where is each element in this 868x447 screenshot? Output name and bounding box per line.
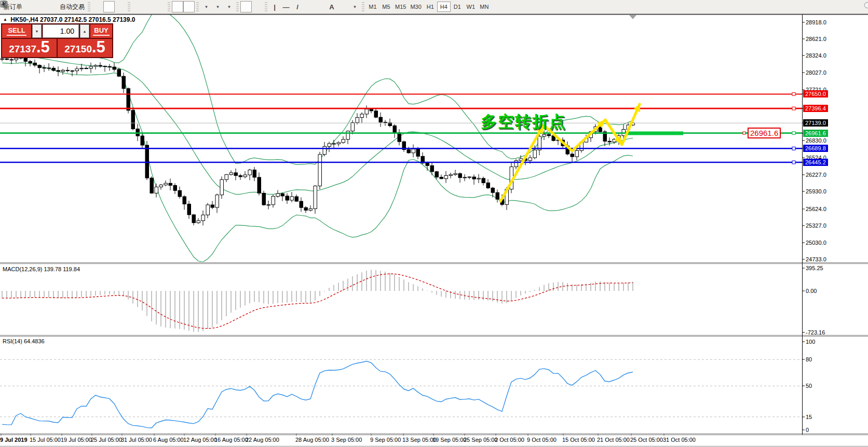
buy-price[interactable]: 27150.5 <box>58 39 112 57</box>
price-axis-tick: 26227.0 <box>806 172 826 178</box>
sell-button[interactable]: SELL <box>2 24 31 38</box>
hline-handle[interactable] <box>792 107 795 110</box>
price-axis-tick: 24733.0 <box>806 256 826 262</box>
time-axis-label: 16 Aug 05:00 <box>214 437 248 443</box>
rsi-axis-tick: 15 <box>806 414 812 420</box>
price-axis-tick: 28621.0 <box>806 36 826 42</box>
chart-canvas[interactable] <box>0 0 868 447</box>
rsi-axis-tick: 100 <box>806 339 815 345</box>
price-axis-tick: 26830.0 <box>806 137 826 144</box>
time-axis-label: 31 Oct 05:00 <box>663 437 696 443</box>
ohlc-values: 27037.0 27142.5 27016.5 27139.0 <box>40 16 135 23</box>
price-axis-tag: 26689.8 <box>803 145 828 152</box>
sell-price[interactable]: 27137.5 <box>2 39 57 57</box>
rsi-axis-tick: 0 <box>806 427 809 433</box>
price-axis-tick: 25624.0 <box>806 206 826 212</box>
hline-handle[interactable] <box>792 92 795 95</box>
time-axis-label: 21 Oct 05:00 <box>597 437 630 443</box>
chart-text-annotation[interactable]: 多空转折点 <box>481 111 566 133</box>
price-tag-anchor <box>743 132 745 134</box>
price-axis-tick: 28027.0 <box>806 69 826 76</box>
time-axis-label: 15 Jul 05:00 <box>30 437 61 443</box>
price-axis-tag: 27650.0 <box>803 90 828 97</box>
time-axis-label: 28 Aug 05:00 <box>295 437 329 443</box>
hline-handle[interactable] <box>792 147 795 150</box>
time-axis-label: 9 Oct 05:00 <box>527 437 557 443</box>
price-axis-tag: 26961.6 <box>803 130 828 137</box>
time-axis-label: 25 Sep 05:00 <box>464 437 497 443</box>
time-axis-label: 31 Jul 05:00 <box>121 437 152 443</box>
time-axis-label: 12 Aug 05:00 <box>183 437 217 443</box>
horizontal-lines[interactable] <box>0 92 802 164</box>
price-axis-tag: 27396.4 <box>803 105 828 112</box>
macd-axis-tick: 0.00 <box>806 288 817 294</box>
candlesticks <box>1 53 635 226</box>
volume-increase-button[interactable]: ▲ <box>80 24 89 38</box>
time-axis-label: 25 Jul 05:00 <box>91 437 122 443</box>
time-axis-label: 13 Sep 05:00 <box>402 437 436 443</box>
time-axis-label: 19 Sep 05:00 <box>432 437 466 443</box>
time-axis-label: 3 Sep 05:00 <box>331 437 362 443</box>
chart-title: ▲ HK50-,H4 27037.0 27142.5 27016.5 27139… <box>3 16 135 23</box>
time-axis-label: 22 Aug 05:00 <box>246 437 279 443</box>
macd-panel <box>2 270 633 332</box>
price-axis-tick: 28324.0 <box>806 52 826 59</box>
one-click-trading-panel: SELL ▼ 1.00 ▲ BUY 27137.5 27150.5 <box>1 23 113 58</box>
hline-handle[interactable] <box>792 161 795 164</box>
macd-indicator-label: MACD(12,26,9) 139.78 119.84 <box>3 266 80 272</box>
volume-input[interactable]: 1.00 <box>43 24 79 38</box>
thick-green-highlight[interactable] <box>626 132 683 135</box>
time-axis-label: 2 Oct 05:00 <box>495 437 524 443</box>
price-axis-tick: 25030.0 <box>806 240 826 246</box>
price-axis-tick: 25327.0 <box>806 222 826 229</box>
rsi-panel <box>0 359 802 428</box>
macd-axis-tick: 395.25 <box>806 265 823 271</box>
price-level-tag[interactable]: 26961.6 <box>748 128 781 138</box>
time-axis-label: 15 Oct 05:00 <box>562 437 595 443</box>
buy-button[interactable]: BUY <box>90 24 112 38</box>
time-axis-label: 19 Jul 05:00 <box>61 437 92 443</box>
symbol-period: HK50-,H4 <box>10 16 38 23</box>
time-axis-label: 9 Sep 05:00 <box>370 437 401 443</box>
price-axis-tick: 25930.0 <box>806 188 826 194</box>
price-axis-tag: 26445.2 <box>803 159 828 166</box>
price-axis-tag: 27139.0 <box>803 119 828 127</box>
rsi-axis-tick: 80 <box>806 356 812 362</box>
collapse-triangle-icon: ▲ <box>3 17 7 22</box>
rsi-line <box>2 361 633 428</box>
time-axis-label: 25 Oct 05:00 <box>630 437 663 443</box>
chart-shift-marker-icon[interactable] <box>629 15 636 19</box>
macd-axis-tick: -723.16 <box>806 329 825 336</box>
terminal-window: 新订单 自动交易 <box>0 0 868 447</box>
hline-handle[interactable] <box>792 132 795 135</box>
price-axis-tick: 28918.0 <box>806 19 826 25</box>
rsi-indicator-label: RSI(14) 64.4836 <box>3 338 45 344</box>
time-axis-label: 9 Jul 2019 <box>0 437 28 443</box>
rsi-axis-tick: 50 <box>806 383 812 389</box>
time-axis-label: 6 Aug 05:00 <box>153 437 184 443</box>
panel-frames <box>0 14 868 446</box>
macd-signal-line <box>2 274 633 328</box>
volume-decrease-button[interactable]: ▼ <box>32 24 42 38</box>
